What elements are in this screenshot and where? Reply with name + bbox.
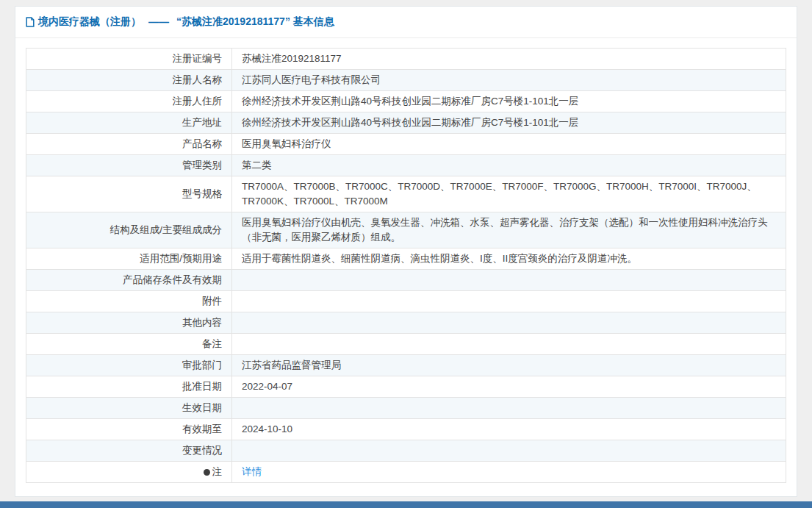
table-row: 备注 bbox=[26, 334, 786, 355]
row-label: 生产地址 bbox=[26, 112, 232, 133]
table-row: 附件 bbox=[26, 291, 786, 312]
row-label: 注册人住所 bbox=[26, 91, 232, 112]
table-row: 注册人名称江苏同人医疗电子科技有限公司 bbox=[26, 70, 786, 91]
table-row: 生效日期 bbox=[26, 398, 786, 419]
record-title: “苏械注准20192181177” 基本信息 bbox=[176, 15, 334, 29]
row-value: 2022-04-07 bbox=[232, 376, 786, 397]
title-separator: —— bbox=[148, 16, 169, 28]
document-icon bbox=[26, 17, 35, 27]
table-row: 注册证编号苏械注准20192181177 bbox=[26, 49, 786, 70]
table-row: 型号规格TR7000A、TR7000B、TR7000C、TR7000D、TR70… bbox=[26, 176, 786, 212]
row-value: 徐州经济技术开发区荆山路40号科技创业园二期标准厂房C7号楼1-101北一层 bbox=[232, 91, 786, 112]
footer-bar bbox=[0, 501, 812, 508]
row-value: 详情 bbox=[232, 462, 786, 482]
info-table: 注册证编号苏械注准20192181177注册人名称江苏同人医疗电子科技有限公司注… bbox=[26, 48, 786, 483]
row-label: 变更情况 bbox=[26, 440, 232, 461]
row-label: 结构及组成/主要组成成分 bbox=[26, 212, 232, 248]
row-label: 其他内容 bbox=[26, 312, 232, 333]
table-row: 注册人住所徐州经济技术开发区荆山路40号科技创业园二期标准厂房C7号楼1-101… bbox=[26, 91, 786, 112]
table-row: 有效期至2024-10-10 bbox=[26, 419, 786, 440]
row-value bbox=[232, 270, 786, 290]
table-row: 产品名称医用臭氧妇科治疗仪 bbox=[26, 134, 786, 155]
category-label: 境内医疗器械（注册） bbox=[38, 15, 141, 29]
table-row: 生产地址徐州经济技术开发区荆山路40号科技创业园二期标准厂房C7号楼1-101北… bbox=[26, 112, 786, 134]
page-title: 境内医疗器械（注册） —— “苏械注准20192181177” 基本信息 bbox=[15, 7, 797, 38]
registration-info-card: 境内医疗器械（注册） —— “苏械注准20192181177” 基本信息 注册证… bbox=[15, 6, 797, 497]
table-row: 注详情 bbox=[26, 462, 786, 483]
row-label: 产品储存条件及有效期 bbox=[26, 270, 232, 290]
row-label: 备注 bbox=[26, 334, 232, 354]
row-label: 产品名称 bbox=[26, 134, 232, 154]
table-row: 审批部门江苏省药品监督管理局 bbox=[26, 355, 786, 376]
row-value: 苏械注准20192181177 bbox=[232, 49, 786, 69]
table-row: 适用范围/预期用途适用于霉菌性阴道炎、细菌性阴道病、滴虫性阴道炎、I度、II度宫… bbox=[26, 248, 786, 270]
row-value: 医用臭氧妇科治疗仪由机壳、臭氧发生器、冲洗箱、水泵、超声雾化器、治疗支架（选配）… bbox=[232, 212, 786, 248]
row-value: 第二类 bbox=[232, 155, 786, 176]
row-value bbox=[232, 291, 786, 312]
table-row: 管理类别第二类 bbox=[26, 155, 786, 176]
row-value: 徐州经济技术开发区荆山路40号科技创业园二期标准厂房C7号楼1-101北一层 bbox=[232, 112, 786, 133]
table-row: 批准日期2022-04-07 bbox=[26, 376, 786, 398]
row-value: 2024-10-10 bbox=[232, 419, 786, 440]
row-value bbox=[232, 312, 786, 333]
row-label: 适用范围/预期用途 bbox=[26, 248, 232, 269]
row-label: 注册人名称 bbox=[26, 70, 232, 90]
table-row: 产品储存条件及有效期 bbox=[26, 270, 786, 291]
row-label: 型号规格 bbox=[26, 176, 232, 212]
row-value: 江苏同人医疗电子科技有限公司 bbox=[232, 70, 786, 90]
row-value bbox=[232, 334, 786, 354]
row-label: 批准日期 bbox=[26, 376, 232, 397]
table-row: 变更情况 bbox=[26, 440, 786, 462]
row-value bbox=[232, 440, 786, 461]
row-value: TR7000A、TR7000B、TR7000C、TR7000D、TR7000E、… bbox=[232, 176, 786, 212]
row-label: 有效期至 bbox=[26, 419, 232, 440]
table-row: 结构及组成/主要组成成分医用臭氧妇科治疗仪由机壳、臭氧发生器、冲洗箱、水泵、超声… bbox=[26, 212, 786, 248]
detail-link[interactable]: 详情 bbox=[242, 465, 262, 479]
row-value: 江苏省药品监督管理局 bbox=[232, 355, 786, 376]
row-label: 管理类别 bbox=[26, 155, 232, 176]
row-label: 注 bbox=[26, 462, 232, 482]
row-value bbox=[232, 398, 786, 418]
row-label: 附件 bbox=[26, 291, 232, 312]
row-label: 审批部门 bbox=[26, 355, 232, 376]
row-value: 医用臭氧妇科治疗仪 bbox=[232, 134, 786, 154]
row-label: 注册证编号 bbox=[26, 49, 232, 69]
note-dot-icon bbox=[204, 469, 210, 476]
row-label: 生效日期 bbox=[26, 398, 232, 418]
table-row: 其他内容 bbox=[26, 312, 786, 334]
row-value: 适用于霉菌性阴道炎、细菌性阴道病、滴虫性阴道炎、I度、II度宫颈炎的治疗及阴道冲… bbox=[232, 248, 786, 269]
